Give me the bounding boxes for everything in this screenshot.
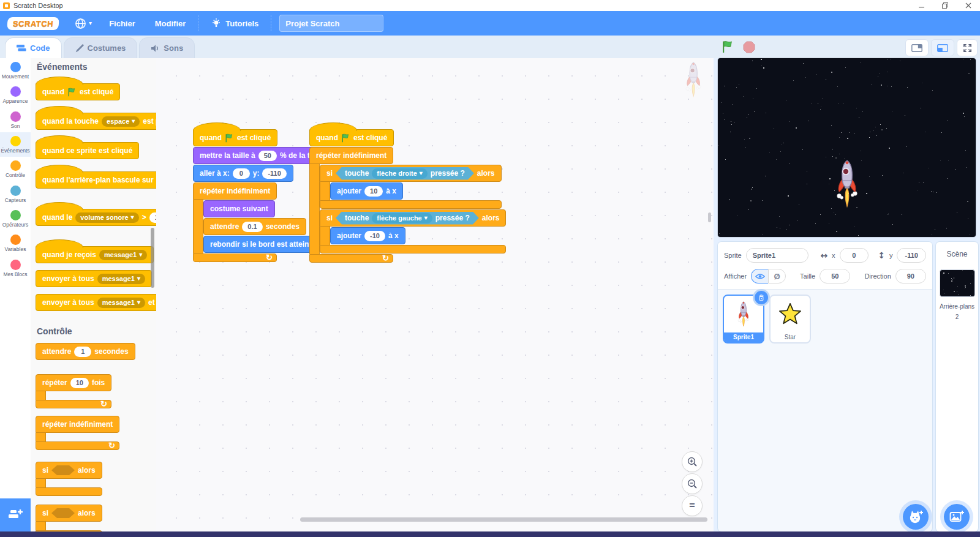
menu-file[interactable]: Fichier <box>99 11 145 36</box>
value-input[interactable]: 0 <box>233 168 250 179</box>
c-block-footer[interactable] <box>320 245 506 253</box>
size-input[interactable]: 50 <box>820 269 850 284</box>
palette-block[interactable]: envoyer à tousmessage1▾ <box>36 270 156 287</box>
sidebar-category-événements[interactable]: Événements <box>0 132 31 157</box>
stack-block[interactable]: envoyer à tousmessage1▾et attendre <box>36 294 157 311</box>
boolean-slot[interactable] <box>51 508 75 518</box>
c-block-footer[interactable]: ↻ <box>36 441 119 450</box>
hat-block[interactable]: quandest cliqué <box>193 129 277 146</box>
stack-block[interactable]: envoyer à tousmessage1▾ <box>36 270 152 287</box>
vertical-scrollbar[interactable] <box>708 212 711 222</box>
sidebar-category-variables[interactable]: Variables <box>0 231 31 255</box>
stage[interactable] <box>718 58 976 237</box>
c-block-footer[interactable]: ↻ <box>193 253 277 262</box>
palette-block[interactable]: quand levolume sonore▾>10 <box>36 201 156 226</box>
stack-block[interactable]: rebondir si le bord est atteint <box>203 236 318 253</box>
zoom-in-button[interactable] <box>682 451 703 472</box>
tab-sounds[interactable]: Sons <box>139 37 195 58</box>
stack-block[interactable]: costume suivant <box>203 200 275 217</box>
c-block-header[interactable]: répéter indéfiniment <box>36 416 119 433</box>
palette-block[interactable]: attendre1secondes <box>36 343 156 360</box>
palette-block[interactable]: quand je reçoismessage1▾ <box>36 238 156 263</box>
minimize-button[interactable] <box>910 0 933 11</box>
c-block[interactable]: sitoucheflèche gauche▾pressée ?alorsajou… <box>320 209 506 253</box>
dropdown-field[interactable]: volume sonore▾ <box>75 212 138 223</box>
hat-block[interactable]: quandest cliqué <box>36 83 120 100</box>
c-block-footer[interactable]: ↻ <box>309 254 393 263</box>
palette-block[interactable]: quand la toucheespace▾est pressée <box>36 105 156 130</box>
c-block-header[interactable]: sitoucheflèche droite▾pressée ?alors <box>320 165 502 182</box>
value-input[interactable]: -10 <box>364 231 385 241</box>
hat-block[interactable]: quand levolume sonore▾>10 <box>36 209 157 226</box>
direction-input[interactable]: 90 <box>895 269 926 284</box>
green-flag-button[interactable] <box>722 40 734 56</box>
stack-block[interactable]: aller à x:0y:-110 <box>193 165 293 182</box>
c-block-header[interactable]: répéter indéfiniment <box>309 147 393 164</box>
tab-code[interactable]: Code <box>5 37 62 58</box>
hat-block[interactable]: quandest cliqué <box>309 129 394 146</box>
sprite-card-sprite1[interactable]: Sprite1 <box>723 295 764 344</box>
scratch-logo[interactable]: SCRATCH <box>7 17 59 30</box>
close-button[interactable] <box>957 0 980 11</box>
add-backdrop-button[interactable] <box>944 504 970 530</box>
dropdown-field[interactable]: message1▾ <box>99 250 147 260</box>
palette-block[interactable]: sialors <box>36 462 156 496</box>
stack-block[interactable]: attendre1secondes <box>36 343 135 360</box>
zoom-out-button[interactable] <box>682 473 703 494</box>
zoom-reset-button[interactable]: = <box>682 495 703 516</box>
value-input[interactable]: 10 <box>70 378 89 388</box>
sidebar-category-opérateurs[interactable]: Opérateurs <box>0 206 31 231</box>
stack-block[interactable]: attendre0.1secondes <box>203 218 306 235</box>
c-block-footer[interactable] <box>320 200 502 209</box>
stack-block[interactable]: ajouter-10à x <box>330 227 405 244</box>
palette-block[interactable]: quand l'arrière-plan bascule surarrière … <box>36 163 156 189</box>
menu-edit[interactable]: Modifier <box>145 11 196 36</box>
c-block[interactable]: sialors <box>36 505 156 531</box>
tab-costumes[interactable]: Costumes <box>64 37 138 58</box>
c-block[interactable]: répéter indéfinimentsitoucheflèche droit… <box>309 147 506 263</box>
c-block[interactable]: sitoucheflèche droite▾pressée ?alorsajou… <box>320 165 502 209</box>
sidebar-category-mes-blocs[interactable]: Mes Blocs <box>0 256 31 280</box>
project-name-input[interactable]: Projet Scratch <box>279 15 383 32</box>
add-sprite-button[interactable] <box>903 504 929 530</box>
value-input[interactable]: 10 <box>364 186 383 197</box>
palette-block[interactable]: quandest cliqué <box>36 75 156 100</box>
stack-block[interactable]: ajouter10à x <box>330 182 403 200</box>
sidebar-category-capteurs[interactable]: Capteurs <box>0 182 31 206</box>
c-block-footer[interactable] <box>36 487 102 496</box>
c-block[interactable]: sialors <box>36 462 156 496</box>
palette-block[interactable]: répéter indéfiniment↻ <box>36 416 156 450</box>
add-extension-button[interactable] <box>0 498 31 531</box>
fullscreen-button[interactable] <box>957 39 978 56</box>
value-input[interactable]: 0.1 <box>242 222 262 232</box>
y-position-input[interactable]: -110 <box>897 248 926 263</box>
show-sprite-button[interactable] <box>751 269 768 284</box>
sidebar-category-mouvement[interactable]: Mouvement <box>0 58 31 83</box>
c-block-footer[interactable]: ↻ <box>36 400 111 408</box>
hat-block[interactable]: quand ce sprite est cliqué <box>36 142 139 159</box>
palette-block[interactable]: envoyer à tousmessage1▾et attendre <box>36 294 156 311</box>
c-block-header[interactable]: répéter indéfiniment <box>193 182 277 200</box>
value-input[interactable]: 50 <box>258 151 277 161</box>
palette-block[interactable]: répéter10fois↻ <box>36 374 156 408</box>
palette-block[interactable]: quand ce sprite est cliqué <box>36 134 156 159</box>
dropdown-field[interactable]: flèche droite▾ <box>372 168 427 179</box>
script-stack[interactable]: quandest cliquérépéter indéfinimentsitou… <box>309 121 506 263</box>
c-block-header[interactable]: sialors <box>36 462 102 479</box>
c-block-header[interactable]: répéter10fois <box>36 374 111 391</box>
horizontal-scrollbar[interactable] <box>300 517 707 522</box>
boolean-block[interactable]: toucheflèche droite▾pressée ? <box>336 167 474 180</box>
dropdown-field[interactable]: flèche gauche▾ <box>372 213 432 223</box>
menu-tutorials[interactable]: Tutoriels <box>202 11 268 36</box>
dropdown-field[interactable]: message1▾ <box>97 298 145 308</box>
hide-sprite-button[interactable]: Ø <box>768 269 786 284</box>
boolean-block[interactable]: toucheflèche gauche▾pressée ? <box>336 212 479 225</box>
value-input[interactable]: -110 <box>262 168 286 179</box>
hat-block[interactable]: quand l'arrière-plan bascule surarrière … <box>36 171 157 189</box>
c-block-header[interactable]: sialors <box>36 505 102 522</box>
c-block[interactable]: répéter indéfiniment↻ <box>36 416 156 450</box>
script-area[interactable]: = quandest cliquémettre la taille à50% d… <box>156 58 714 531</box>
small-stage-layout-button[interactable] <box>905 39 929 56</box>
sprite-card-star[interactable]: Star <box>769 295 811 344</box>
sidebar-category-apparence[interactable]: Apparence <box>0 83 31 107</box>
